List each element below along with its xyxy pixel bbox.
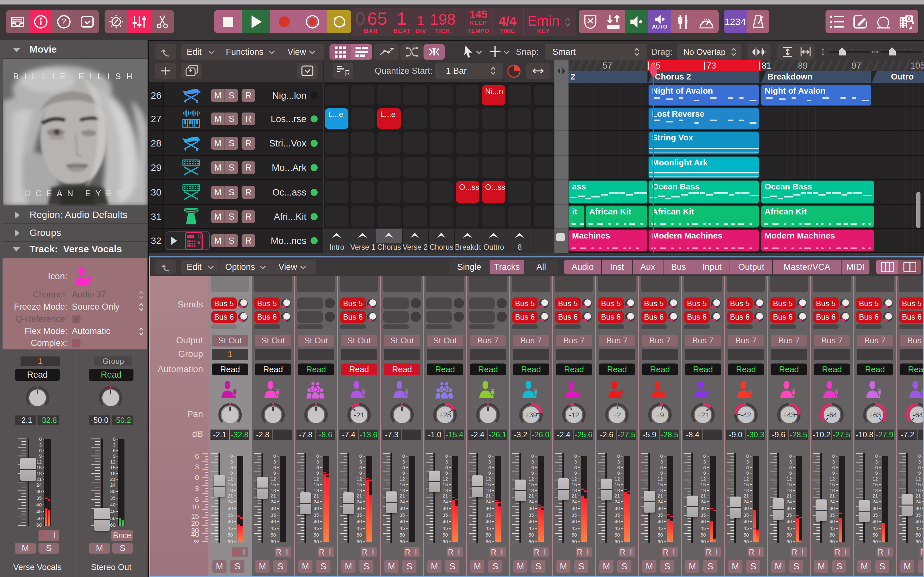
svg-text:+43: +43 [783, 411, 795, 419]
svg-text:AUTO: AUTO [652, 24, 667, 29]
svg-text:R: R [345, 69, 349, 77]
svg-text:-64: -64 [913, 411, 923, 419]
svg-text:+63: +63 [869, 411, 881, 419]
svg-text:-64: -64 [827, 411, 837, 419]
svg-text:+28: +28 [439, 411, 451, 419]
svg-text:-21: -21 [354, 411, 364, 419]
svg-text:+21: +21 [697, 411, 709, 419]
svg-text:?: ? [61, 17, 66, 26]
svg-text:+39: +39 [525, 411, 537, 419]
svg-text:-42: -42 [741, 411, 751, 419]
svg-text:BILLIE EILISH: BILLIE EILISH [13, 71, 138, 81]
svg-text:-12: -12 [569, 411, 579, 419]
svg-text:+2: +2 [613, 411, 621, 419]
svg-text:OCEAN EYES: OCEAN EYES [24, 189, 126, 198]
svg-text:+9: +9 [656, 411, 664, 419]
